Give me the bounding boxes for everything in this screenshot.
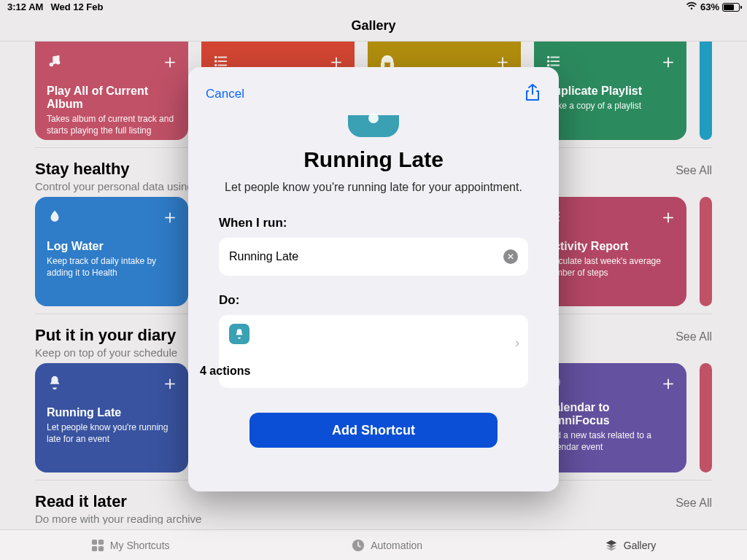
chevron-right-icon: › xyxy=(515,335,519,351)
shortcut-name-input[interactable] xyxy=(229,250,503,263)
cancel-button[interactable]: Cancel xyxy=(206,87,244,101)
add-shortcut-button[interactable]: Add Shortcut xyxy=(249,413,498,448)
bell-icon xyxy=(229,324,249,344)
shortcut-name-field[interactable]: ✕ xyxy=(219,238,528,276)
shortcut-detail-modal: Cancel Running Late Let people know you'… xyxy=(188,67,559,491)
do-label: Do: xyxy=(219,293,528,308)
share-icon[interactable] xyxy=(524,83,541,105)
modal-overlay: Cancel Running Late Let people know you'… xyxy=(0,0,747,560)
modal-description: Let people know you're running late for … xyxy=(212,181,535,194)
actions-row[interactable]: 4 actions › xyxy=(219,315,528,388)
actions-count: 4 actions xyxy=(200,365,250,378)
shortcut-app-icon xyxy=(348,115,399,137)
clear-text-icon[interactable]: ✕ xyxy=(503,249,518,264)
modal-title: Running Late xyxy=(206,147,541,172)
when-i-run-label: When I run: xyxy=(219,216,528,230)
